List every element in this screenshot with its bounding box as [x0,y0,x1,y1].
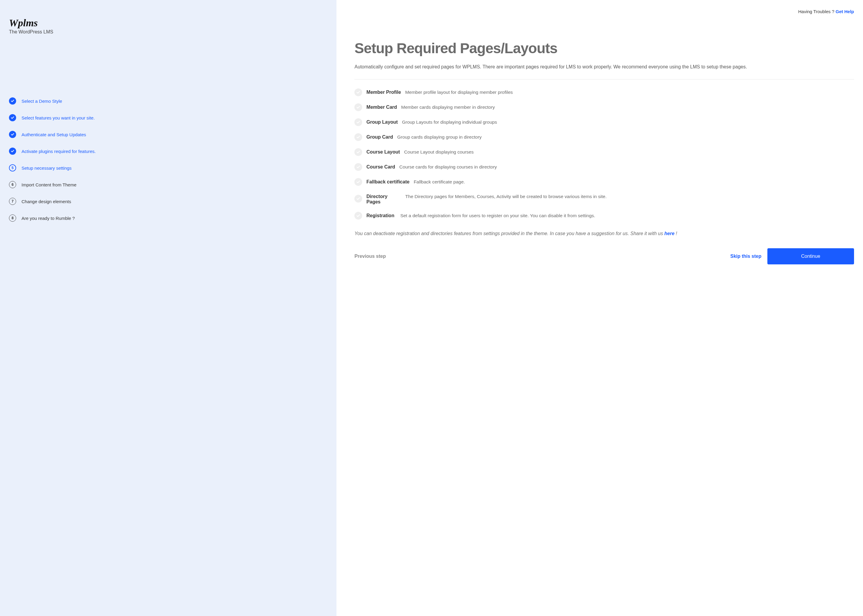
check-icon [354,104,362,111]
sidebar: Wplms The WordPress LMS Select a Demo St… [0,0,336,616]
page-description: Course Layout displaying courses [404,148,474,156]
brand-block: Wplms The WordPress LMS [9,18,327,35]
page-name: Course Card [366,164,395,170]
check-icon [354,195,362,203]
check-icon [354,163,362,171]
required-page-row: Course LayoutCourse Layout displaying co… [354,145,854,160]
row-text: RegistrationSet a default registration f… [366,212,854,219]
wizard-step-8[interactable]: 8Are you ready to Rumble ? [9,214,327,222]
continue-button[interactable]: Continue [767,248,854,264]
top-bar: Having Troubles ? Get Help [354,9,854,14]
required-page-row: Course CardCourse cards for displaying c… [354,160,854,174]
page-name: Member Card [366,105,397,110]
wizard-steps: Select a Demo StyleSelect features you w… [9,97,327,222]
step-label: Select features you want in your site. [22,115,95,120]
footer-actions: Previous step Skip this step Continue [354,248,854,264]
page-name: Member Profile [366,90,401,95]
wizard-step-6[interactable]: 6Import Content from Theme [9,181,327,188]
check-icon [354,118,362,126]
page-description: Course cards for displaying courses in d… [399,163,497,171]
wizard-step-2[interactable]: Select features you want in your site. [9,114,327,121]
required-pages-list: Member ProfileMember profile layout for … [354,85,854,223]
row-text: Member ProfileMember profile layout for … [366,89,854,96]
get-help-link[interactable]: Get Help [836,9,854,14]
step-label: Authenticate and Setup Updates [22,132,86,137]
page-description: Member profile layout for displaying mem… [405,89,513,96]
required-page-row: Group CardGroup cards displaying group i… [354,130,854,145]
required-page-row: Member CardMember cards displaying membe… [354,100,854,115]
step-label: Activate plugins required for features. [22,149,96,154]
row-text: Course LayoutCourse Layout displaying co… [366,148,854,156]
wizard-step-4[interactable]: Activate plugins required for features. [9,148,327,155]
step-number-badge: 5 [9,164,16,171]
page-name: Group Card [366,134,393,140]
wizard-step-7[interactable]: 7Change design elements [9,198,327,205]
page-description: Group cards displaying group in director… [397,134,482,141]
wizard-step-3[interactable]: Authenticate and Setup Updates [9,131,327,138]
check-icon [354,133,362,141]
step-number-badge: 7 [9,198,16,205]
step-number-badge: 8 [9,214,16,222]
required-page-row: Fallback certificateFallback certificate… [354,174,854,189]
row-text: Fallback certificateFallback certificate… [366,178,854,185]
previous-step-link[interactable]: Previous step [354,254,386,259]
page-description: Automatically configure and set required… [354,63,854,71]
step-label: Are you ready to Rumble ? [22,216,75,221]
required-page-row: Group LayoutGroup Layouts for displaying… [354,115,854,130]
step-label: Change design elements [22,199,71,204]
required-page-row: RegistrationSet a default registration f… [354,208,854,223]
tagline: The WordPress LMS [9,29,327,35]
page-description: Member cards displaying member in direct… [401,104,495,111]
check-icon [354,178,362,186]
row-text: Group CardGroup cards displaying group i… [366,134,854,141]
step-label: Select a Demo Style [22,99,62,104]
check-icon [9,97,16,105]
page-description: Fallback certificate page. [413,178,465,185]
page-description: The Directory pages for Members, Courses… [405,193,854,200]
trouble-text: Having Troubles ? [798,9,836,14]
check-icon [9,114,16,121]
check-icon [9,131,16,138]
main-content: Having Troubles ? Get Help Setup Require… [336,0,863,616]
step-label: Setup necessary settings [22,165,72,171]
page-title: Setup Required Pages/Layouts [354,41,854,56]
row-text: Directory PagesThe Directory pages for M… [366,193,854,204]
row-text: Course CardCourse cards for displaying c… [366,163,854,171]
page-description: Group Layouts for displaying individual … [402,119,497,126]
footer-note: You can deactivate registration and dire… [354,230,854,237]
row-text: Member CardMember cards displaying membe… [366,104,854,111]
page-name: Group Layout [366,119,398,125]
check-icon [354,148,362,156]
page-description: Set a default registration form for user… [401,212,854,219]
step-number-badge: 6 [9,181,16,188]
page-name: Registration [366,213,394,218]
required-page-row: Directory PagesThe Directory pages for M… [354,189,854,208]
wizard-step-5[interactable]: 5Setup necessary settings [9,164,327,171]
page-name: Fallback certificate [366,179,409,185]
page-name: Directory Pages [366,194,399,204]
note-here-link[interactable]: here [664,231,674,236]
step-label: Import Content from Theme [22,182,77,187]
check-icon [9,148,16,155]
check-icon [354,212,362,220]
required-page-row: Member ProfileMember profile layout for … [354,85,854,100]
logo-text: Wplms [9,18,327,28]
check-icon [354,88,362,96]
page-name: Course Layout [366,149,400,155]
wizard-step-1[interactable]: Select a Demo Style [9,97,327,105]
note-text-after: ! [674,231,677,236]
note-text-before: You can deactivate registration and dire… [354,231,664,236]
row-text: Group LayoutGroup Layouts for displaying… [366,119,854,126]
skip-step-link[interactable]: Skip this step [730,254,761,259]
